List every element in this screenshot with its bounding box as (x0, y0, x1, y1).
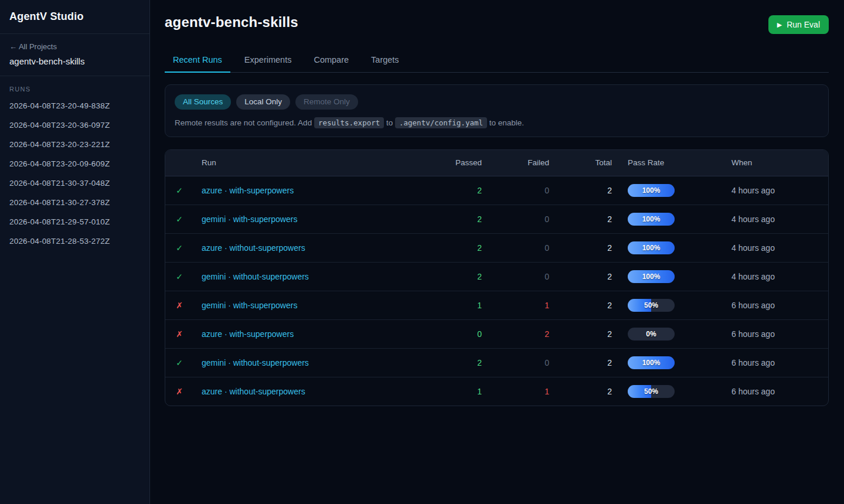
sidebar-run-item[interactable]: 2026-04-08T21-30-27-378Z (0, 193, 149, 212)
pass-rate-label: 0% (628, 328, 675, 340)
table-row: ✓azure · without-superpowers202100%4 hou… (165, 233, 828, 262)
passed-count: 2 (411, 233, 482, 262)
tab-experiments[interactable]: Experiments (236, 49, 300, 73)
sidebar-run-item[interactable]: 2026-04-08T23-20-49-838Z (0, 96, 149, 115)
run-eval-button[interactable]: ▶ Run Eval (768, 15, 829, 34)
tab-targets[interactable]: Targets (363, 49, 407, 73)
run-link[interactable]: azure · with-superpowers (202, 186, 294, 195)
run-link[interactable]: gemini · with-superpowers (202, 214, 297, 224)
total-count: 2 (549, 291, 612, 319)
recent-runs-table: Run Passed Failed Total Pass Rate When ✓… (165, 150, 828, 406)
passed-count: 2 (411, 176, 482, 205)
column-header-when: When (729, 150, 828, 176)
total-count: 2 (549, 319, 612, 348)
run-list: 2026-04-08T23-20-49-838Z2026-04-08T23-20… (0, 96, 149, 251)
column-header-passed: Passed (411, 150, 482, 176)
note-text: to (384, 118, 395, 127)
note-text: to enable. (487, 118, 524, 127)
run-link[interactable]: gemini · with-superpowers (202, 301, 297, 310)
pass-rate-badge: 100% (628, 270, 675, 283)
run-link[interactable]: azure · without-superpowers (202, 243, 305, 253)
sidebar-run-item[interactable]: 2026-04-08T21-28-53-272Z (0, 231, 149, 251)
when-value: 6 hours ago (729, 291, 828, 319)
column-header-run: Run (193, 150, 411, 176)
chip-all-sources[interactable]: All Sources (175, 94, 231, 110)
passed-count: 1 (411, 377, 482, 406)
column-header-status (165, 150, 193, 176)
pass-rate-badge: 100% (628, 241, 675, 254)
passed-count: 2 (411, 205, 482, 233)
failed-count: 0 (482, 233, 549, 262)
failed-count: 0 (482, 205, 549, 233)
when-value: 6 hours ago (729, 348, 828, 377)
table-row: ✓gemini · without-superpowers202100%4 ho… (165, 262, 828, 291)
failed-count: 0 (482, 262, 549, 291)
column-header-total: Total (549, 150, 612, 176)
run-link[interactable]: azure · with-superpowers (202, 329, 294, 339)
table-header-row: Run Passed Failed Total Pass Rate When (165, 150, 828, 176)
run-eval-label: Run Eval (787, 20, 820, 29)
run-link[interactable]: azure · without-superpowers (202, 387, 305, 396)
total-count: 2 (549, 233, 612, 262)
app-title: AgentV Studio (0, 0, 149, 34)
note-text: Remote results are not configured. Add (175, 118, 314, 127)
sidebar: AgentV Studio ← All Projects agentv-benc… (0, 0, 150, 504)
check-icon: ✓ (176, 243, 183, 253)
failed-count: 1 (482, 291, 549, 319)
play-icon: ▶ (777, 21, 782, 29)
passed-count: 2 (411, 348, 482, 377)
run-link[interactable]: gemini · without-superpowers (202, 358, 309, 367)
sidebar-run-item[interactable]: 2026-04-08T21-30-37-048Z (0, 173, 149, 193)
pass-rate-badge: 50% (628, 385, 675, 398)
sidebar-run-item[interactable]: 2026-04-08T23-20-09-609Z (0, 154, 149, 173)
when-value: 4 hours ago (729, 176, 828, 205)
pass-rate-badge: 100% (628, 184, 675, 197)
column-header-pass-rate: Pass Rate (612, 150, 729, 176)
total-count: 2 (549, 176, 612, 205)
total-count: 2 (549, 205, 612, 233)
chip-local-only[interactable]: Local Only (236, 94, 290, 110)
failed-count: 0 (482, 176, 549, 205)
check-icon: ✓ (176, 358, 183, 367)
passed-count: 1 (411, 291, 482, 319)
sidebar-run-item[interactable]: 2026-04-08T21-29-57-010Z (0, 212, 149, 231)
cross-icon: ✗ (176, 387, 183, 396)
column-header-failed: Failed (482, 150, 549, 176)
pass-rate-label: 50% (628, 299, 675, 312)
failed-count: 2 (482, 319, 549, 348)
sidebar-run-item[interactable]: 2026-04-08T23-20-23-221Z (0, 135, 149, 154)
failed-count: 0 (482, 348, 549, 377)
when-value: 4 hours ago (729, 205, 828, 233)
page-header: agentv-bench-skills ▶ Run Eval (165, 14, 829, 34)
table-row: ✓azure · with-superpowers202100%4 hours … (165, 176, 828, 205)
remote-config-note: Remote results are not configured. Add r… (175, 118, 819, 127)
pass-rate-label: 100% (628, 184, 675, 197)
passed-count: 2 (411, 262, 482, 291)
pass-rate-badge: 100% (628, 213, 675, 226)
failed-count: 1 (482, 377, 549, 406)
passed-count: 0 (411, 319, 482, 348)
back-to-projects-link[interactable]: ← All Projects (9, 42, 140, 51)
tab-recent-runs[interactable]: Recent Runs (165, 49, 230, 73)
sidebar-run-item[interactable]: 2026-04-08T23-20-36-097Z (0, 115, 149, 135)
chip-remote-only: Remote Only (295, 94, 358, 110)
total-count: 2 (549, 348, 612, 377)
project-block: ← All Projects agentv-bench-skills (0, 34, 149, 76)
cross-icon: ✗ (176, 301, 183, 310)
source-filter-card: All SourcesLocal OnlyRemote Only Remote … (165, 84, 829, 137)
pass-rate-label: 50% (628, 385, 675, 398)
table-row: ✗azure · without-superpowers11250%6 hour… (165, 377, 828, 406)
when-value: 6 hours ago (729, 377, 828, 406)
pass-rate-label: 100% (628, 270, 675, 283)
run-link[interactable]: gemini · without-superpowers (202, 272, 309, 281)
runs-section-label: RUNS (0, 76, 149, 96)
page-title: agentv-bench-skills (165, 14, 298, 30)
when-value: 4 hours ago (729, 233, 828, 262)
source-filter-chips: All SourcesLocal OnlyRemote Only (175, 94, 819, 110)
table-row: ✓gemini · without-superpowers202100%6 ho… (165, 348, 828, 377)
pass-rate-badge: 50% (628, 299, 675, 312)
total-count: 2 (549, 377, 612, 406)
tab-compare[interactable]: Compare (305, 49, 357, 73)
total-count: 2 (549, 262, 612, 291)
pass-rate-badge: 0% (628, 328, 675, 340)
